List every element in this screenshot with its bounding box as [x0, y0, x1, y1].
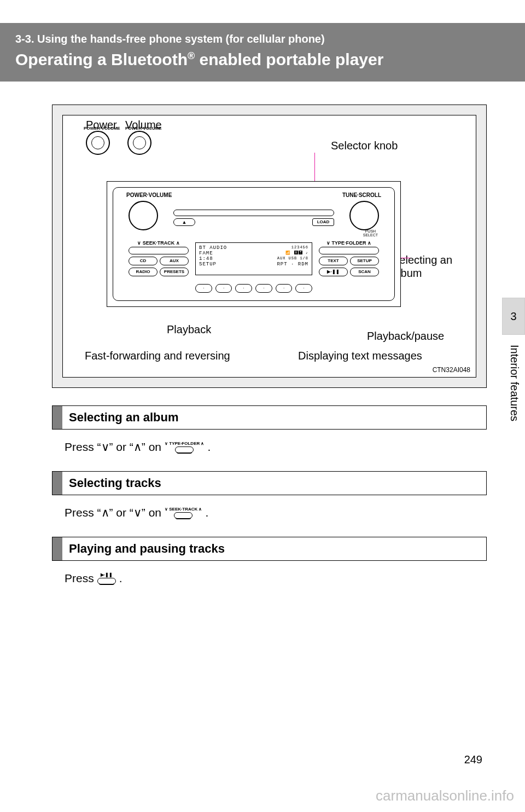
display-track-name: FAME — [199, 251, 213, 256]
stereo-face: POWER·VOLUME TUNE·SCROLL PUSHSELECT ▲ LO… — [113, 187, 395, 301]
preset-buttons-row: · · · · · · — [195, 284, 312, 293]
type-folder-label: ∨ TYPE·FOLDER ∧ — [319, 240, 379, 246]
chapter-label: Interior features — [508, 345, 521, 421]
watermark: carmanualsonline.info — [376, 787, 514, 804]
label-fast-forward-reverse: Fast-forwarding and reversing — [85, 350, 230, 362]
display-digits: 123456 — [291, 245, 308, 251]
label-playback: Playback — [167, 323, 211, 336]
eject-button: ▲ — [173, 218, 195, 226]
preset-button: · — [215, 284, 232, 293]
section-heading-selecting-album: Selecting an album — [52, 405, 487, 430]
heading-bar — [52, 537, 62, 560]
display-rpt-rdm: RPT · RDM — [277, 262, 308, 267]
preset-button: · — [195, 284, 212, 293]
preset-button: · — [295, 284, 312, 293]
mini-knob-volume — [127, 131, 151, 155]
knob-label-tune-scroll: TUNE·SCROLL — [342, 192, 381, 198]
type-folder-button-icon: ∨ TYPE·FOLDER ∧ — [165, 442, 204, 453]
section-heading-selecting-tracks: Selecting tracks — [52, 471, 487, 495]
label-displaying-text: Displaying text messages — [298, 350, 422, 362]
display-source: BT AUDIO — [199, 245, 227, 251]
play-pause-button: ▶·❚❚ — [319, 268, 348, 276]
heading-text: Selecting an album — [62, 406, 185, 429]
body-playing-pausing: Press ▶·❚❚ . — [65, 572, 487, 585]
cd-button: CD — [129, 257, 158, 265]
heading-bar — [52, 472, 62, 495]
type-folder-rocker — [319, 247, 379, 254]
cd-slot — [173, 210, 334, 216]
display-setup: SETUP — [199, 262, 217, 267]
load-button: LOAD — [312, 218, 334, 226]
label-selector-knob: Selector knob — [331, 140, 398, 152]
text-button: TEXT — [319, 257, 348, 265]
mini-knob-label-right: POWER·VOLUME — [125, 126, 162, 131]
seek-track-label: ∨ SEEK·TRACK ∧ — [129, 240, 189, 246]
aux-button: AUX — [160, 257, 189, 265]
seek-track-button-icon: ∨ SEEK·TRACK ∧ — [165, 507, 202, 519]
page-title: Operating a Bluetooth® enabled portable … — [15, 50, 510, 69]
stereo-unit: POWER·VOLUME TUNE·SCROLL PUSHSELECT ▲ LO… — [107, 181, 401, 307]
diagram-reference: CTN32AI048 — [433, 366, 470, 374]
display-time: 1:48 — [199, 256, 213, 262]
body-selecting-tracks: Press “∧” or “∨” on ∨ SEEK·TRACK ∧ . — [65, 506, 487, 519]
diagram-inner: Power Volume POWER·VOLUME POWER·VOLUME S… — [62, 115, 476, 378]
radio-button: RADIO — [129, 268, 158, 276]
power-volume-knob — [129, 201, 158, 230]
chapter-tab: 3 — [502, 298, 525, 335]
preset-button: · — [255, 284, 272, 293]
seek-track-rocker — [129, 247, 189, 254]
body-selecting-album: Press “∨” or “∧” on ∨ TYPE·FOLDER ∧ . — [65, 440, 487, 454]
section-heading-playing-pausing: Playing and pausing tracks — [52, 537, 487, 561]
label-playback-pause: Playback/pause — [367, 330, 444, 343]
scan-button: SCAN — [350, 268, 379, 276]
knob-label-power-volume: POWER·VOLUME — [126, 192, 172, 198]
setup-button: SETUP — [350, 257, 379, 265]
play-pause-button-icon: ▶·❚❚ — [97, 573, 116, 584]
page-number: 249 — [464, 753, 482, 766]
page-header: 3-3. Using the hands-free phone system (… — [0, 23, 525, 82]
heading-text: Selecting tracks — [62, 472, 168, 495]
tune-scroll-knob — [349, 201, 379, 230]
display-icons: 📶 🅱🆃 ♪ — [285, 251, 308, 256]
presets-button: PRESETS — [160, 268, 189, 276]
preset-button: · — [276, 284, 293, 293]
heading-text: Playing and pausing tracks — [62, 537, 231, 560]
display-aux-usb: AUX USB 1/8 — [277, 256, 308, 262]
diagram-container: Power Volume POWER·VOLUME POWER·VOLUME S… — [52, 105, 487, 388]
chapter-number: 3 — [510, 310, 516, 323]
mini-knob-label-left: POWER·VOLUME — [84, 126, 120, 131]
push-select-label: PUSHSELECT — [363, 229, 378, 237]
mini-knob-power — [86, 131, 110, 155]
left-button-group: ∨ SEEK·TRACK ∧ CD AUX RADIO PRESETS — [129, 240, 189, 279]
preset-button: · — [235, 284, 252, 293]
section-number: 3-3. Using the hands-free phone system (… — [15, 33, 510, 45]
stereo-display: BT AUDIO 123456 FAME 📶 🅱🆃 ♪ 1:48 AUX USB… — [195, 242, 312, 275]
heading-bar — [52, 406, 62, 429]
right-button-group: ∨ TYPE·FOLDER ∧ TEXT SETUP ▶·❚❚ SCAN — [319, 240, 379, 279]
